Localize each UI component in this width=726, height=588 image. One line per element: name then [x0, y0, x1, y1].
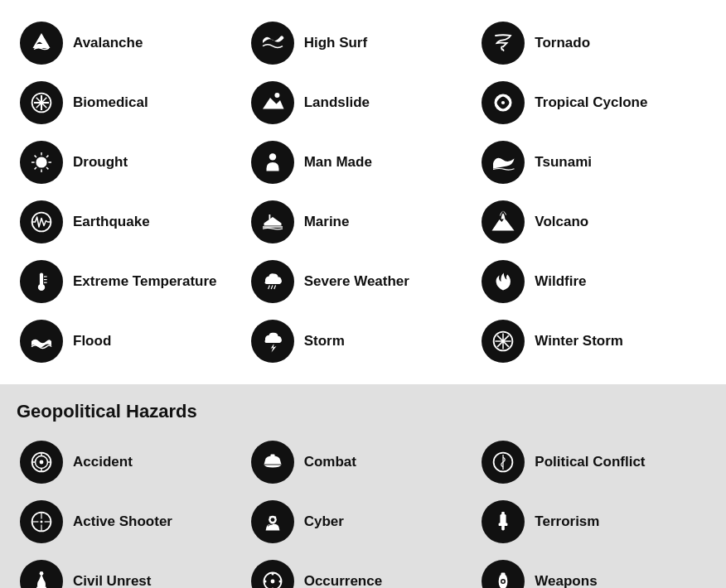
combat-icon	[251, 441, 294, 484]
volcano-icon	[482, 200, 525, 243]
man-made-icon	[251, 141, 294, 184]
list-item[interactable]: Earthquake	[17, 195, 248, 248]
natural-grid: Avalanche High Surf Tornado	[17, 17, 709, 368]
weapons-icon	[482, 560, 525, 588]
flood-label: Flood	[73, 333, 111, 349]
svg-point-65	[264, 581, 266, 583]
list-item[interactable]: Avalanche	[17, 17, 248, 70]
svg-rect-18	[269, 214, 270, 219]
high-surf-icon	[251, 22, 294, 65]
svg-rect-56	[501, 514, 506, 524]
list-item[interactable]: Terrorism	[478, 495, 709, 548]
earthquake-label: Earthquake	[73, 214, 150, 230]
drought-label: Drought	[73, 154, 128, 171]
svg-line-15	[35, 167, 36, 169]
active-shooter-label: Active Shooter	[73, 513, 172, 530]
list-item[interactable]: Biomedical	[17, 76, 248, 129]
svg-line-28	[273, 286, 275, 290]
list-item[interactable]: High Surf	[248, 17, 479, 70]
wildfire-label: Wildfire	[535, 273, 586, 290]
accident-label: Accident	[73, 454, 133, 470]
svg-line-27	[271, 286, 273, 290]
list-item[interactable]: Tropical Cyclone	[478, 76, 709, 129]
geo-grid: Accident Combat	[17, 436, 709, 588]
list-item[interactable]: Storm	[248, 315, 479, 368]
svg-marker-29	[270, 344, 276, 353]
geopolitical-hazards-section: Geopolitical Hazards Accident	[0, 384, 726, 588]
biomedical-label: Biomedical	[73, 94, 148, 111]
terrorism-label: Terrorism	[535, 513, 599, 530]
tornado-icon	[482, 22, 525, 65]
list-item[interactable]: Flood	[17, 315, 248, 368]
svg-point-63	[271, 573, 273, 576]
list-item[interactable]: Winter Storm	[478, 315, 709, 368]
terrorism-icon	[482, 500, 525, 543]
list-item[interactable]: Wildfire	[478, 255, 709, 308]
tornado-label: Tornado	[535, 35, 590, 51]
tropical-cyclone-label: Tropical Cyclone	[535, 94, 647, 111]
geo-section-title: Geopolitical Hazards	[17, 401, 709, 422]
biomedical-icon	[20, 81, 63, 124]
storm-icon	[251, 320, 294, 363]
high-surf-label: High Surf	[304, 35, 368, 51]
svg-rect-68	[501, 573, 506, 576]
list-item[interactable]: Tsunami	[478, 136, 709, 189]
political-conflict-icon	[482, 441, 525, 484]
avalanche-label: Avalanche	[73, 35, 143, 51]
svg-rect-44	[270, 454, 274, 457]
list-item[interactable]: Drought	[17, 136, 248, 189]
list-item[interactable]: Combat	[248, 436, 479, 489]
list-item[interactable]: Marine	[248, 195, 479, 248]
marine-icon	[251, 200, 294, 243]
list-item[interactable]: Weapons	[478, 555, 709, 588]
winter-storm-icon	[482, 320, 525, 363]
earthquake-icon	[20, 200, 63, 243]
tropical-cyclone-icon	[482, 81, 525, 124]
svg-point-42	[40, 460, 44, 465]
volcano-label: Volcano	[535, 214, 588, 230]
avalanche-icon	[20, 22, 63, 65]
tsunami-label: Tsunami	[535, 154, 592, 171]
list-item[interactable]: Active Shooter	[17, 495, 248, 548]
list-item[interactable]: Political Conflict	[478, 436, 709, 489]
weapons-label: Weapons	[535, 573, 597, 588]
svg-line-14	[46, 156, 48, 157]
list-item[interactable]: Civil Unrest	[17, 555, 248, 588]
wildfire-icon	[482, 260, 525, 303]
list-item[interactable]: Extreme Temperature	[17, 255, 248, 308]
cyber-label: Cyber	[304, 513, 344, 530]
winter-storm-label: Winter Storm	[535, 333, 623, 349]
svg-line-12	[35, 156, 36, 157]
list-item[interactable]: Tornado	[478, 17, 709, 70]
svg-point-54	[270, 518, 274, 522]
svg-line-26	[268, 286, 269, 290]
svg-rect-22	[41, 283, 42, 288]
svg-point-6	[501, 101, 505, 104]
svg-point-71	[502, 581, 505, 583]
list-item[interactable]: Accident	[17, 436, 248, 489]
civil-unrest-icon	[20, 560, 63, 588]
svg-point-48	[41, 521, 43, 523]
svg-point-5	[274, 93, 279, 98]
list-item[interactable]: Volcano	[478, 195, 709, 248]
political-conflict-label: Political Conflict	[535, 454, 645, 470]
svg-rect-58	[502, 512, 506, 515]
list-item[interactable]: Man Made	[248, 136, 479, 189]
accident-icon	[20, 441, 63, 484]
list-item[interactable]: Occurrence	[248, 555, 479, 588]
landslide-icon	[251, 81, 294, 124]
list-item[interactable]: Cyber	[248, 495, 479, 548]
svg-point-59	[40, 571, 44, 576]
occurrence-label: Occurrence	[304, 573, 383, 588]
extreme-temperature-label: Extreme Temperature	[73, 273, 217, 290]
svg-point-35	[501, 340, 505, 343]
list-item[interactable]: Landslide	[248, 76, 479, 129]
svg-line-13	[46, 167, 48, 169]
combat-label: Combat	[304, 454, 356, 470]
severe-weather-icon	[251, 260, 294, 303]
occurrence-icon	[251, 560, 294, 588]
svg-point-62	[270, 580, 274, 584]
svg-point-7	[36, 157, 46, 167]
man-made-label: Man Made	[304, 154, 372, 171]
list-item[interactable]: Severe Weather	[248, 255, 479, 308]
